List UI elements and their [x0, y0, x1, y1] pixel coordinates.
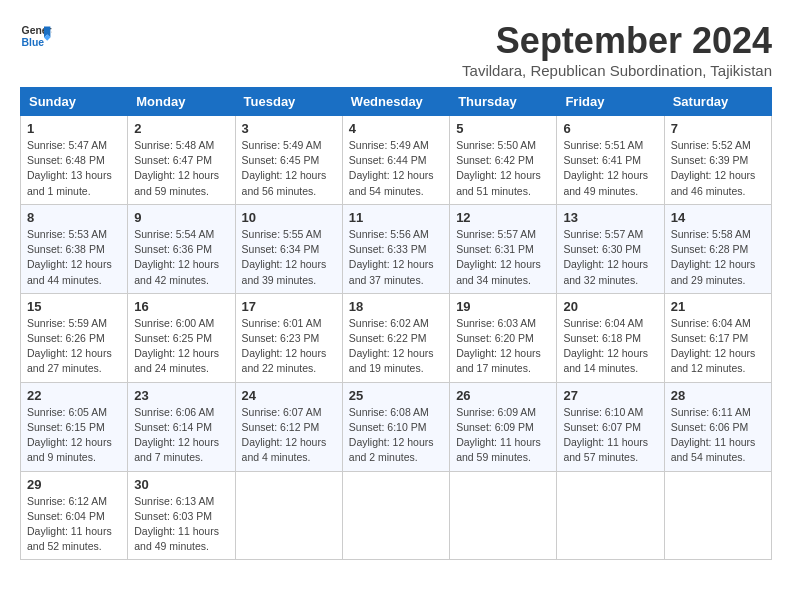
- day-info: Sunrise: 5:58 AM Sunset: 6:28 PM Dayligh…: [671, 227, 765, 288]
- day-info: Sunrise: 6:08 AM Sunset: 6:10 PM Dayligh…: [349, 405, 443, 466]
- day-cell: 9Sunrise: 5:54 AM Sunset: 6:36 PM Daylig…: [128, 204, 235, 293]
- day-number: 28: [671, 388, 765, 403]
- weekday-header-saturday: Saturday: [664, 88, 771, 116]
- day-cell: 14Sunrise: 5:58 AM Sunset: 6:28 PM Dayli…: [664, 204, 771, 293]
- title-section: September 2024 Tavildara, Republican Sub…: [462, 20, 772, 79]
- day-cell: 16Sunrise: 6:00 AM Sunset: 6:25 PM Dayli…: [128, 293, 235, 382]
- day-cell: 24Sunrise: 6:07 AM Sunset: 6:12 PM Dayli…: [235, 382, 342, 471]
- day-cell: 25Sunrise: 6:08 AM Sunset: 6:10 PM Dayli…: [342, 382, 449, 471]
- week-row-4: 22Sunrise: 6:05 AM Sunset: 6:15 PM Dayli…: [21, 382, 772, 471]
- day-cell: 28Sunrise: 6:11 AM Sunset: 6:06 PM Dayli…: [664, 382, 771, 471]
- day-number: 18: [349, 299, 443, 314]
- day-cell: 2Sunrise: 5:48 AM Sunset: 6:47 PM Daylig…: [128, 116, 235, 205]
- day-number: 8: [27, 210, 121, 225]
- day-cell: 12Sunrise: 5:57 AM Sunset: 6:31 PM Dayli…: [450, 204, 557, 293]
- day-cell: 10Sunrise: 5:55 AM Sunset: 6:34 PM Dayli…: [235, 204, 342, 293]
- day-number: 11: [349, 210, 443, 225]
- day-cell: 20Sunrise: 6:04 AM Sunset: 6:18 PM Dayli…: [557, 293, 664, 382]
- day-info: Sunrise: 6:10 AM Sunset: 6:07 PM Dayligh…: [563, 405, 657, 466]
- day-info: Sunrise: 6:09 AM Sunset: 6:09 PM Dayligh…: [456, 405, 550, 466]
- day-cell: 8Sunrise: 5:53 AM Sunset: 6:38 PM Daylig…: [21, 204, 128, 293]
- day-info: Sunrise: 6:04 AM Sunset: 6:17 PM Dayligh…: [671, 316, 765, 377]
- day-cell: 11Sunrise: 5:56 AM Sunset: 6:33 PM Dayli…: [342, 204, 449, 293]
- week-row-1: 1Sunrise: 5:47 AM Sunset: 6:48 PM Daylig…: [21, 116, 772, 205]
- day-number: 6: [563, 121, 657, 136]
- day-number: 3: [242, 121, 336, 136]
- week-row-5: 29Sunrise: 6:12 AM Sunset: 6:04 PM Dayli…: [21, 471, 772, 560]
- day-info: Sunrise: 6:05 AM Sunset: 6:15 PM Dayligh…: [27, 405, 121, 466]
- day-cell: [664, 471, 771, 560]
- day-number: 7: [671, 121, 765, 136]
- day-number: 9: [134, 210, 228, 225]
- day-number: 23: [134, 388, 228, 403]
- day-cell: 21Sunrise: 6:04 AM Sunset: 6:17 PM Dayli…: [664, 293, 771, 382]
- day-info: Sunrise: 6:02 AM Sunset: 6:22 PM Dayligh…: [349, 316, 443, 377]
- location-subtitle: Tavildara, Republican Subordination, Taj…: [462, 62, 772, 79]
- day-info: Sunrise: 6:06 AM Sunset: 6:14 PM Dayligh…: [134, 405, 228, 466]
- day-info: Sunrise: 5:57 AM Sunset: 6:31 PM Dayligh…: [456, 227, 550, 288]
- day-number: 1: [27, 121, 121, 136]
- day-info: Sunrise: 5:53 AM Sunset: 6:38 PM Dayligh…: [27, 227, 121, 288]
- day-info: Sunrise: 5:54 AM Sunset: 6:36 PM Dayligh…: [134, 227, 228, 288]
- day-info: Sunrise: 6:01 AM Sunset: 6:23 PM Dayligh…: [242, 316, 336, 377]
- day-cell: 26Sunrise: 6:09 AM Sunset: 6:09 PM Dayli…: [450, 382, 557, 471]
- logo-icon: General Blue: [20, 20, 52, 52]
- day-info: Sunrise: 6:07 AM Sunset: 6:12 PM Dayligh…: [242, 405, 336, 466]
- day-info: Sunrise: 5:52 AM Sunset: 6:39 PM Dayligh…: [671, 138, 765, 199]
- day-info: Sunrise: 5:47 AM Sunset: 6:48 PM Dayligh…: [27, 138, 121, 199]
- day-cell: [557, 471, 664, 560]
- day-cell: [450, 471, 557, 560]
- day-cell: 7Sunrise: 5:52 AM Sunset: 6:39 PM Daylig…: [664, 116, 771, 205]
- day-info: Sunrise: 5:50 AM Sunset: 6:42 PM Dayligh…: [456, 138, 550, 199]
- day-number: 14: [671, 210, 765, 225]
- day-cell: 1Sunrise: 5:47 AM Sunset: 6:48 PM Daylig…: [21, 116, 128, 205]
- day-cell: 30Sunrise: 6:13 AM Sunset: 6:03 PM Dayli…: [128, 471, 235, 560]
- month-title: September 2024: [462, 20, 772, 62]
- weekday-header-sunday: Sunday: [21, 88, 128, 116]
- day-number: 19: [456, 299, 550, 314]
- day-cell: 22Sunrise: 6:05 AM Sunset: 6:15 PM Dayli…: [21, 382, 128, 471]
- day-cell: 5Sunrise: 5:50 AM Sunset: 6:42 PM Daylig…: [450, 116, 557, 205]
- day-number: 26: [456, 388, 550, 403]
- day-info: Sunrise: 6:00 AM Sunset: 6:25 PM Dayligh…: [134, 316, 228, 377]
- week-row-3: 15Sunrise: 5:59 AM Sunset: 6:26 PM Dayli…: [21, 293, 772, 382]
- day-info: Sunrise: 5:56 AM Sunset: 6:33 PM Dayligh…: [349, 227, 443, 288]
- day-cell: 27Sunrise: 6:10 AM Sunset: 6:07 PM Dayli…: [557, 382, 664, 471]
- day-cell: 3Sunrise: 5:49 AM Sunset: 6:45 PM Daylig…: [235, 116, 342, 205]
- weekday-header-wednesday: Wednesday: [342, 88, 449, 116]
- svg-text:Blue: Blue: [22, 37, 45, 48]
- day-number: 15: [27, 299, 121, 314]
- day-info: Sunrise: 6:11 AM Sunset: 6:06 PM Dayligh…: [671, 405, 765, 466]
- day-number: 29: [27, 477, 121, 492]
- day-info: Sunrise: 6:04 AM Sunset: 6:18 PM Dayligh…: [563, 316, 657, 377]
- day-cell: 17Sunrise: 6:01 AM Sunset: 6:23 PM Dayli…: [235, 293, 342, 382]
- day-info: Sunrise: 5:48 AM Sunset: 6:47 PM Dayligh…: [134, 138, 228, 199]
- day-number: 24: [242, 388, 336, 403]
- day-cell: 19Sunrise: 6:03 AM Sunset: 6:20 PM Dayli…: [450, 293, 557, 382]
- calendar-table: SundayMondayTuesdayWednesdayThursdayFrid…: [20, 87, 772, 560]
- day-number: 21: [671, 299, 765, 314]
- day-number: 30: [134, 477, 228, 492]
- day-number: 25: [349, 388, 443, 403]
- weekday-header-tuesday: Tuesday: [235, 88, 342, 116]
- day-number: 13: [563, 210, 657, 225]
- day-cell: 23Sunrise: 6:06 AM Sunset: 6:14 PM Dayli…: [128, 382, 235, 471]
- day-number: 12: [456, 210, 550, 225]
- day-cell: 15Sunrise: 5:59 AM Sunset: 6:26 PM Dayli…: [21, 293, 128, 382]
- weekday-header-row: SundayMondayTuesdayWednesdayThursdayFrid…: [21, 88, 772, 116]
- day-info: Sunrise: 6:12 AM Sunset: 6:04 PM Dayligh…: [27, 494, 121, 555]
- day-number: 22: [27, 388, 121, 403]
- day-info: Sunrise: 5:59 AM Sunset: 6:26 PM Dayligh…: [27, 316, 121, 377]
- day-cell: 13Sunrise: 5:57 AM Sunset: 6:30 PM Dayli…: [557, 204, 664, 293]
- day-info: Sunrise: 5:55 AM Sunset: 6:34 PM Dayligh…: [242, 227, 336, 288]
- day-info: Sunrise: 6:13 AM Sunset: 6:03 PM Dayligh…: [134, 494, 228, 555]
- week-row-2: 8Sunrise: 5:53 AM Sunset: 6:38 PM Daylig…: [21, 204, 772, 293]
- weekday-header-thursday: Thursday: [450, 88, 557, 116]
- weekday-header-friday: Friday: [557, 88, 664, 116]
- day-cell: 6Sunrise: 5:51 AM Sunset: 6:41 PM Daylig…: [557, 116, 664, 205]
- day-number: 10: [242, 210, 336, 225]
- day-cell: [235, 471, 342, 560]
- day-number: 16: [134, 299, 228, 314]
- day-number: 4: [349, 121, 443, 136]
- day-number: 20: [563, 299, 657, 314]
